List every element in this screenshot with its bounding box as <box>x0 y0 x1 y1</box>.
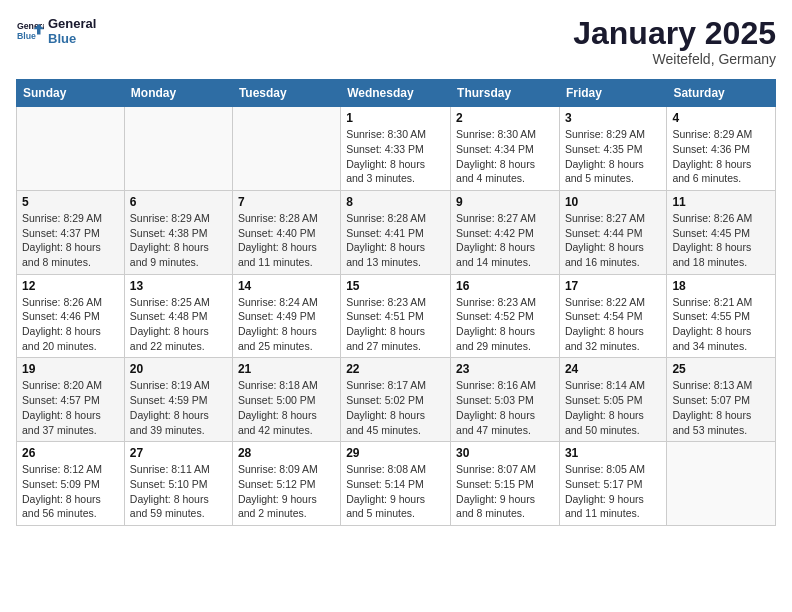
calendar-cell: 31Sunrise: 8:05 AM Sunset: 5:17 PM Dayli… <box>559 442 666 526</box>
day-number: 18 <box>672 279 770 293</box>
day-info: Sunrise: 8:29 AM Sunset: 4:35 PM Dayligh… <box>565 127 661 186</box>
day-info: Sunrise: 8:21 AM Sunset: 4:55 PM Dayligh… <box>672 295 770 354</box>
day-number: 22 <box>346 362 445 376</box>
day-info: Sunrise: 8:18 AM Sunset: 5:00 PM Dayligh… <box>238 378 335 437</box>
day-number: 10 <box>565 195 661 209</box>
svg-text:Blue: Blue <box>17 31 36 41</box>
calendar-week-row: 12Sunrise: 8:26 AM Sunset: 4:46 PM Dayli… <box>17 274 776 358</box>
day-number: 17 <box>565 279 661 293</box>
logo: General Blue General Blue <box>16 16 96 46</box>
day-info: Sunrise: 8:09 AM Sunset: 5:12 PM Dayligh… <box>238 462 335 521</box>
day-number: 25 <box>672 362 770 376</box>
day-number: 15 <box>346 279 445 293</box>
day-info: Sunrise: 8:19 AM Sunset: 4:59 PM Dayligh… <box>130 378 227 437</box>
day-number: 27 <box>130 446 227 460</box>
calendar-cell: 7Sunrise: 8:28 AM Sunset: 4:40 PM Daylig… <box>232 190 340 274</box>
calendar-cell: 4Sunrise: 8:29 AM Sunset: 4:36 PM Daylig… <box>667 107 776 191</box>
day-info: Sunrise: 8:05 AM Sunset: 5:17 PM Dayligh… <box>565 462 661 521</box>
day-number: 28 <box>238 446 335 460</box>
calendar-table: SundayMondayTuesdayWednesdayThursdayFrid… <box>16 79 776 526</box>
day-number: 3 <box>565 111 661 125</box>
page-header: General Blue General Blue January 2025 W… <box>16 16 776 67</box>
calendar-week-row: 5Sunrise: 8:29 AM Sunset: 4:37 PM Daylig… <box>17 190 776 274</box>
calendar-cell: 30Sunrise: 8:07 AM Sunset: 5:15 PM Dayli… <box>451 442 560 526</box>
calendar-cell: 11Sunrise: 8:26 AM Sunset: 4:45 PM Dayli… <box>667 190 776 274</box>
calendar-cell: 17Sunrise: 8:22 AM Sunset: 4:54 PM Dayli… <box>559 274 666 358</box>
day-info: Sunrise: 8:29 AM Sunset: 4:37 PM Dayligh… <box>22 211 119 270</box>
calendar-cell: 25Sunrise: 8:13 AM Sunset: 5:07 PM Dayli… <box>667 358 776 442</box>
calendar-cell: 27Sunrise: 8:11 AM Sunset: 5:10 PM Dayli… <box>124 442 232 526</box>
calendar-header-row: SundayMondayTuesdayWednesdayThursdayFrid… <box>17 80 776 107</box>
calendar-cell: 20Sunrise: 8:19 AM Sunset: 4:59 PM Dayli… <box>124 358 232 442</box>
calendar-cell <box>17 107 125 191</box>
day-number: 7 <box>238 195 335 209</box>
day-info: Sunrise: 8:23 AM Sunset: 4:52 PM Dayligh… <box>456 295 554 354</box>
calendar-cell: 5Sunrise: 8:29 AM Sunset: 4:37 PM Daylig… <box>17 190 125 274</box>
weekday-header: Wednesday <box>341 80 451 107</box>
weekday-header: Monday <box>124 80 232 107</box>
day-number: 2 <box>456 111 554 125</box>
calendar-body: 1Sunrise: 8:30 AM Sunset: 4:33 PM Daylig… <box>17 107 776 526</box>
calendar-cell: 1Sunrise: 8:30 AM Sunset: 4:33 PM Daylig… <box>341 107 451 191</box>
calendar-cell: 23Sunrise: 8:16 AM Sunset: 5:03 PM Dayli… <box>451 358 560 442</box>
day-info: Sunrise: 8:30 AM Sunset: 4:34 PM Dayligh… <box>456 127 554 186</box>
day-info: Sunrise: 8:13 AM Sunset: 5:07 PM Dayligh… <box>672 378 770 437</box>
calendar-cell: 21Sunrise: 8:18 AM Sunset: 5:00 PM Dayli… <box>232 358 340 442</box>
day-number: 9 <box>456 195 554 209</box>
logo-icon: General Blue <box>16 17 44 45</box>
day-info: Sunrise: 8:28 AM Sunset: 4:41 PM Dayligh… <box>346 211 445 270</box>
day-number: 11 <box>672 195 770 209</box>
logo-line2: Blue <box>48 31 96 46</box>
day-number: 14 <box>238 279 335 293</box>
calendar-cell: 18Sunrise: 8:21 AM Sunset: 4:55 PM Dayli… <box>667 274 776 358</box>
day-number: 16 <box>456 279 554 293</box>
calendar-cell: 9Sunrise: 8:27 AM Sunset: 4:42 PM Daylig… <box>451 190 560 274</box>
day-info: Sunrise: 8:27 AM Sunset: 4:42 PM Dayligh… <box>456 211 554 270</box>
day-info: Sunrise: 8:26 AM Sunset: 4:46 PM Dayligh… <box>22 295 119 354</box>
calendar-cell: 24Sunrise: 8:14 AM Sunset: 5:05 PM Dayli… <box>559 358 666 442</box>
calendar-cell: 29Sunrise: 8:08 AM Sunset: 5:14 PM Dayli… <box>341 442 451 526</box>
calendar-cell: 15Sunrise: 8:23 AM Sunset: 4:51 PM Dayli… <box>341 274 451 358</box>
day-info: Sunrise: 8:12 AM Sunset: 5:09 PM Dayligh… <box>22 462 119 521</box>
day-number: 26 <box>22 446 119 460</box>
calendar-cell: 14Sunrise: 8:24 AM Sunset: 4:49 PM Dayli… <box>232 274 340 358</box>
day-info: Sunrise: 8:29 AM Sunset: 4:36 PM Dayligh… <box>672 127 770 186</box>
calendar-cell: 22Sunrise: 8:17 AM Sunset: 5:02 PM Dayli… <box>341 358 451 442</box>
day-number: 19 <box>22 362 119 376</box>
calendar-cell: 28Sunrise: 8:09 AM Sunset: 5:12 PM Dayli… <box>232 442 340 526</box>
location: Weitefeld, Germany <box>573 51 776 67</box>
day-number: 29 <box>346 446 445 460</box>
day-info: Sunrise: 8:11 AM Sunset: 5:10 PM Dayligh… <box>130 462 227 521</box>
day-number: 23 <box>456 362 554 376</box>
day-number: 30 <box>456 446 554 460</box>
day-number: 6 <box>130 195 227 209</box>
weekday-header: Friday <box>559 80 666 107</box>
day-info: Sunrise: 8:20 AM Sunset: 4:57 PM Dayligh… <box>22 378 119 437</box>
calendar-cell <box>232 107 340 191</box>
day-number: 1 <box>346 111 445 125</box>
day-info: Sunrise: 8:24 AM Sunset: 4:49 PM Dayligh… <box>238 295 335 354</box>
day-info: Sunrise: 8:14 AM Sunset: 5:05 PM Dayligh… <box>565 378 661 437</box>
calendar-cell: 2Sunrise: 8:30 AM Sunset: 4:34 PM Daylig… <box>451 107 560 191</box>
day-info: Sunrise: 8:29 AM Sunset: 4:38 PM Dayligh… <box>130 211 227 270</box>
day-info: Sunrise: 8:17 AM Sunset: 5:02 PM Dayligh… <box>346 378 445 437</box>
calendar-cell: 8Sunrise: 8:28 AM Sunset: 4:41 PM Daylig… <box>341 190 451 274</box>
calendar-week-row: 1Sunrise: 8:30 AM Sunset: 4:33 PM Daylig… <box>17 107 776 191</box>
weekday-header: Sunday <box>17 80 125 107</box>
day-info: Sunrise: 8:16 AM Sunset: 5:03 PM Dayligh… <box>456 378 554 437</box>
day-number: 4 <box>672 111 770 125</box>
calendar-cell <box>667 442 776 526</box>
calendar-cell: 6Sunrise: 8:29 AM Sunset: 4:38 PM Daylig… <box>124 190 232 274</box>
weekday-header: Thursday <box>451 80 560 107</box>
day-info: Sunrise: 8:26 AM Sunset: 4:45 PM Dayligh… <box>672 211 770 270</box>
calendar-cell: 26Sunrise: 8:12 AM Sunset: 5:09 PM Dayli… <box>17 442 125 526</box>
day-number: 24 <box>565 362 661 376</box>
day-info: Sunrise: 8:27 AM Sunset: 4:44 PM Dayligh… <box>565 211 661 270</box>
day-info: Sunrise: 8:25 AM Sunset: 4:48 PM Dayligh… <box>130 295 227 354</box>
calendar-cell: 19Sunrise: 8:20 AM Sunset: 4:57 PM Dayli… <box>17 358 125 442</box>
day-number: 12 <box>22 279 119 293</box>
month-title: January 2025 <box>573 16 776 51</box>
calendar-cell: 16Sunrise: 8:23 AM Sunset: 4:52 PM Dayli… <box>451 274 560 358</box>
weekday-header: Saturday <box>667 80 776 107</box>
calendar-week-row: 26Sunrise: 8:12 AM Sunset: 5:09 PM Dayli… <box>17 442 776 526</box>
